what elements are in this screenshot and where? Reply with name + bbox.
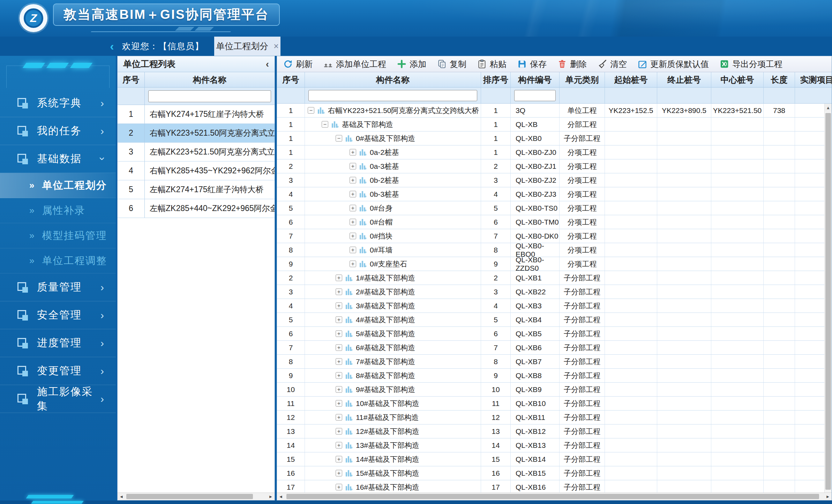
hscroll-thumb[interactable] <box>286 494 819 499</box>
sidebar-menu-item[interactable]: 我的任务 › <box>0 117 116 145</box>
expand-toggle-icon[interactable]: + <box>336 428 342 435</box>
expand-toggle-icon[interactable]: + <box>336 288 342 295</box>
scroll-right-arrow-icon[interactable]: ► <box>824 493 832 500</box>
unit-list-row[interactable]: 5 左幅ZK274+175红崖子沟特大桥 <box>118 180 275 199</box>
toolbar-button[interactable]: 复制 <box>437 59 466 70</box>
expand-toggle-icon[interactable]: + <box>336 274 342 281</box>
tree-table-row[interactable]: 8 + 0#耳墙 8 QL-XB0-EBQ0 分项工程 <box>277 243 832 257</box>
tree-table-row[interactable]: 9 + 8#基础及下部构造 9 QL-XB8 子分部工程 <box>277 369 832 383</box>
sidebar-menu-item[interactable]: 进度管理 › <box>0 329 116 357</box>
sidebar-menu-item[interactable]: 安全管理 › <box>0 301 116 329</box>
tree-table-row[interactable]: 14 + 13#基础及下部构造 14 QL-XB13 子分部工程 <box>277 438 832 452</box>
tree-table-row[interactable]: 3 + 2#基础及下部构造 3 QL-XB22 子分部工程 <box>277 285 832 299</box>
sidebar-submenu-item[interactable]: » 属性补录 <box>0 198 116 223</box>
tab-unit-division[interactable]: 单位工程划分 × <box>214 37 280 56</box>
toolbar-button[interactable]: 添加单位工程 <box>323 59 386 70</box>
hscroll-thumb[interactable] <box>126 494 253 499</box>
panel-collapse-icon[interactable]: ‹ <box>266 59 269 70</box>
code-filter-input[interactable] <box>514 90 556 101</box>
tree-table-row[interactable]: 7 + 0#挡块 7 QL-XB0-DK0 分项工程 <box>277 229 832 243</box>
scroll-left-arrow-icon[interactable]: ◄ <box>118 493 125 500</box>
expand-toggle-icon[interactable]: + <box>336 344 342 351</box>
toolbar-button[interactable]: 粘贴 <box>477 59 507 70</box>
name-filter-input[interactable] <box>308 90 477 101</box>
expand-toggle-icon[interactable]: − <box>308 107 314 114</box>
expand-toggle-icon[interactable]: + <box>336 484 342 490</box>
tree-table-row[interactable]: 1 − 右幅YK223+521.50阿克塞分离式立交跨线大桥 1 3Q 单位工程… <box>277 104 832 118</box>
tree-table-row[interactable]: 16 + 15#基础及下部构造 16 QL-XB15 子分部工程 <box>277 466 832 480</box>
expand-toggle-icon[interactable]: + <box>350 205 356 211</box>
expand-toggle-icon[interactable]: + <box>336 414 342 421</box>
expand-toggle-icon[interactable]: + <box>350 163 356 170</box>
expand-toggle-icon[interactable]: + <box>350 177 356 183</box>
unit-list-row[interactable]: 2 右幅YK223+521.50阿克塞分离式立交跨线大桥 <box>118 124 275 143</box>
expand-toggle-icon[interactable]: + <box>350 247 356 253</box>
scroll-right-arrow-icon[interactable]: ► <box>267 493 275 500</box>
tree-table-row[interactable]: 17 + 16#基础及下部构造 17 QL-XB16 子分部工程 <box>277 480 832 492</box>
tree-table-row[interactable]: 1 − 基础及下部构造 1 QL-XB 分部工程 <box>277 118 832 131</box>
expand-toggle-icon[interactable]: + <box>336 386 342 393</box>
tree-table-row[interactable]: 2 + 0a-3桩基 2 QL-XB0-ZJ1 分项工程 <box>277 159 832 173</box>
expand-toggle-icon[interactable]: + <box>336 330 342 337</box>
unit-list-row[interactable]: 1 右幅YK274+175红崖子沟特大桥 <box>118 105 275 124</box>
tree-table-row[interactable]: 15 + 14#基础及下部构造 15 QL-XB14 子分部工程 <box>277 452 832 466</box>
tree-table-row[interactable]: 7 + 6#基础及下部构造 7 QL-XB6 子分部工程 <box>277 341 832 355</box>
tree-table-row[interactable]: 1 − 0#基础及下部构造 1 QL-XB0 子分部工程 <box>277 131 832 145</box>
sidebar-menu-item[interactable]: 系统字典 › <box>0 89 116 117</box>
expand-toggle-icon[interactable]: + <box>336 400 342 407</box>
expand-toggle-icon[interactable]: + <box>350 149 356 156</box>
sidebar-menu-item[interactable]: 施工影像采集 › <box>0 385 116 413</box>
tree-table-row[interactable]: 2 + 1#基础及下部构造 2 QL-XB1 子分部工程 <box>277 271 832 285</box>
expand-toggle-icon[interactable]: + <box>350 219 356 225</box>
tabs-back-chevron-icon[interactable]: ‹ <box>105 37 119 56</box>
tree-table-row[interactable]: 9 + 0#支座垫石 9 QL-XB0-ZZDS0 分项工程 <box>277 257 832 271</box>
expand-toggle-icon[interactable]: + <box>336 316 342 323</box>
tree-table-row[interactable]: 4 + 0b-3桩基 4 QL-XB0-ZJ3 分项工程 <box>277 187 832 201</box>
tree-table-row[interactable]: 8 + 7#基础及下部构造 8 QL-XB7 子分部工程 <box>277 355 832 369</box>
tree-table-row[interactable]: 10 + 9#基础及下部构造 10 QL-XB9 子分部工程 <box>277 383 832 397</box>
tree-table-row[interactable]: 6 + 5#基础及下部构造 6 QL-XB5 子分部工程 <box>277 327 832 341</box>
expand-toggle-icon[interactable]: + <box>336 456 342 462</box>
toolbar-button[interactable]: 刷新 <box>283 59 313 70</box>
sidebar-menu-item[interactable]: 变更管理 › <box>0 357 116 385</box>
sidebar-submenu-item[interactable]: » 模型挂码管理 <box>0 223 116 248</box>
toolbar-button[interactable]: 更新质保默认值 <box>638 59 709 70</box>
sidebar-menu-item[interactable]: 基础数据 › <box>0 145 116 173</box>
expand-toggle-icon[interactable]: + <box>350 233 356 239</box>
expand-toggle-icon[interactable]: − <box>322 121 328 128</box>
expand-toggle-icon[interactable]: + <box>350 261 356 267</box>
tree-table-row[interactable]: 11 + 10#基础及下部构造 11 QL-XB10 子分部工程 <box>277 397 832 411</box>
sidebar-submenu-item[interactable]: » 单位工程划分 <box>0 173 116 198</box>
toolbar-button[interactable]: 添加 <box>397 59 426 70</box>
unit-list-row[interactable]: 3 左幅ZK223+521.50阿克塞分离式立交跨线大桥 <box>118 143 275 161</box>
unit-name-filter-input[interactable] <box>148 90 271 102</box>
toolbar-button[interactable]: 清空 <box>598 59 627 70</box>
sidebar-submenu-item[interactable]: » 单位工程调整 <box>0 248 116 273</box>
unit-list-row[interactable]: 4 右幅YK285+435~YK292+962阿尔金山特长隧道 <box>118 161 275 180</box>
vscroll-thumb[interactable] <box>825 113 831 490</box>
sidebar-menu-item[interactable]: 质量管理 › <box>0 273 116 301</box>
scroll-left-arrow-icon[interactable]: ◄ <box>277 493 285 500</box>
tree-table-row[interactable]: 4 + 3#基础及下部构造 4 QL-XB3 子分部工程 <box>277 299 832 313</box>
expand-toggle-icon[interactable]: + <box>336 302 342 309</box>
tree-table-row[interactable]: 1 + 0a-2桩基 1 QL-XB0-ZJ0 分项工程 <box>277 145 832 159</box>
toolbar-button[interactable]: 导出分项工程 <box>720 59 782 70</box>
expand-toggle-icon[interactable]: + <box>336 442 342 449</box>
expand-toggle-icon[interactable]: + <box>336 372 342 379</box>
expand-toggle-icon[interactable]: + <box>336 358 342 365</box>
toolbar-button[interactable]: 保存 <box>517 59 547 70</box>
expand-toggle-icon[interactable]: − <box>336 135 342 142</box>
tree-table-row[interactable]: 13 + 12#基础及下部构造 13 QL-XB12 子分部工程 <box>277 424 832 438</box>
expand-toggle-icon[interactable]: + <box>336 470 342 476</box>
tree-table-row[interactable]: 3 + 0b-2桩基 3 QL-XB0-ZJ2 分项工程 <box>277 173 832 187</box>
cell-end-stake <box>657 145 711 159</box>
expand-toggle-icon[interactable]: + <box>350 191 356 197</box>
tree-table-row[interactable]: 5 + 4#基础及下部构造 5 QL-XB4 子分部工程 <box>277 313 832 327</box>
tree-table-row[interactable]: 12 + 11#基础及下部构造 12 QL-XB11 子分部工程 <box>277 411 832 424</box>
scroll-up-arrow-icon[interactable]: ▲ <box>825 104 832 112</box>
unit-list-row[interactable]: 6 左幅ZK285+440~ZK292+965阿尔金山特长隧道 <box>118 199 275 218</box>
toolbar-button[interactable]: 删除 <box>557 59 587 70</box>
tree-table-row[interactable]: 6 + 0#台帽 6 QL-XB0-TM0 分项工程 <box>277 215 832 229</box>
tree-table-row[interactable]: 5 + 0#台身 5 QL-XB0-TS0 分项工程 <box>277 201 832 215</box>
tab-close-icon[interactable]: × <box>273 41 279 51</box>
